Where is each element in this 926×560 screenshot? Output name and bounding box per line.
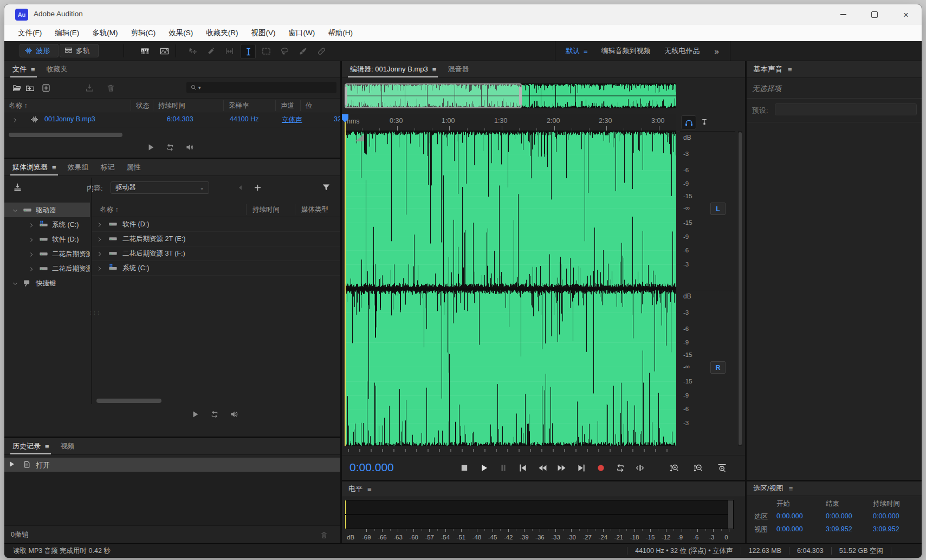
history-entry-0[interactable]: 打开 <box>4 458 340 472</box>
panel-menu-icon[interactable]: ≡ <box>432 66 436 74</box>
waveform-display-button[interactable] <box>138 45 152 57</box>
record-button[interactable] <box>594 461 608 475</box>
media-tree-item-4[interactable]: 二花后期资源 3T (F:) <box>4 261 90 276</box>
workspace-tab-1[interactable]: 编辑音频到视频 <box>594 41 658 61</box>
history-tab-0[interactable]: 历史记录≡ <box>7 438 55 454</box>
menu-item-6[interactable]: 视图(V) <box>245 26 282 40</box>
loop-playback-button[interactable] <box>613 461 627 475</box>
tree-expand-button[interactable] <box>28 236 35 245</box>
left-channel-badge[interactable]: L <box>710 203 726 215</box>
list-expand-button[interactable] <box>96 235 103 245</box>
zoom-out-amplitude-button[interactable] <box>691 461 705 475</box>
stop-button[interactable] <box>457 461 471 475</box>
workspace-tab-2[interactable]: 无线电作品 <box>658 41 707 61</box>
delete-button[interactable] <box>104 82 117 94</box>
lasso-selection-tool[interactable] <box>277 44 292 58</box>
tree-expand-button[interactable] <box>12 206 18 216</box>
search-input[interactable]: ▾ <box>186 82 336 93</box>
media-loop-button[interactable] <box>208 408 221 420</box>
media-filter-button[interactable] <box>320 181 333 193</box>
playhead-line[interactable] <box>345 120 346 446</box>
open-file-button[interactable] <box>10 82 23 94</box>
bracket-right-handle[interactable] <box>519 87 522 105</box>
menu-item-3[interactable]: 剪辑(C) <box>125 26 162 40</box>
files-tab-0[interactable]: 文件≡ <box>7 61 41 77</box>
razor-tool[interactable] <box>204 44 218 58</box>
editor-tab-0[interactable]: 编辑器: 001Jonny B.mp3≡ <box>344 61 442 77</box>
file-row[interactable]: 001Jonny B.mp36:04.30344100 Hz立体声32 <box>4 112 340 127</box>
skip-to-start-button[interactable] <box>516 461 530 475</box>
media-download-button[interactable] <box>11 181 24 193</box>
export-button[interactable] <box>83 82 96 94</box>
workspace-tab-0[interactable]: 默认≡ <box>559 41 594 61</box>
media-tree-item-3[interactable]: 二花后期资源 2T (E:) <box>4 246 90 261</box>
menu-item-8[interactable]: 帮助(H) <box>322 26 359 40</box>
files-column-4[interactable]: 声道 <box>281 101 294 110</box>
media-tab-2[interactable]: 标记 <box>95 159 121 175</box>
skip-selection-button[interactable] <box>633 461 647 475</box>
files-column-1[interactable]: 状态 <box>136 101 150 110</box>
rewind-button[interactable] <box>535 461 549 475</box>
files-column-0[interactable]: 名称 ↑ <box>9 101 28 110</box>
fast-forward-button[interactable] <box>555 461 569 475</box>
right-channel-badge[interactable]: R <box>710 361 726 374</box>
bracket-left-handle[interactable] <box>345 87 347 105</box>
selview-value-1-1[interactable]: 3:09.952 <box>826 525 852 533</box>
preset-dropdown[interactable] <box>775 103 917 115</box>
media-tab-1[interactable]: 效果组 <box>62 159 95 175</box>
paintbrush-selection-tool[interactable] <box>296 44 310 58</box>
media-play-button[interactable] <box>189 408 202 420</box>
files-column-3[interactable]: 采样率 <box>229 101 249 110</box>
list-expand-button[interactable] <box>96 220 103 230</box>
close-button[interactable]: × <box>890 4 922 25</box>
media-list-item-2[interactable]: 二花后期资源 3T (F:) <box>92 246 340 261</box>
selview-value-0-2[interactable]: 0:00.000 <box>873 512 899 520</box>
media-list-item-1[interactable]: 二花后期资源 2T (E:) <box>92 231 340 246</box>
time-selection-tool[interactable] <box>241 44 256 59</box>
preview-play-button[interactable] <box>144 141 157 153</box>
preview-loop-button[interactable] <box>164 141 177 153</box>
menu-item-5[interactable]: 收藏夹(R) <box>200 26 244 40</box>
tree-expand-button[interactable] <box>28 265 35 275</box>
history-tab-1[interactable]: 视频 <box>55 438 81 454</box>
content-dropdown[interactable]: 驱动器⌄ <box>111 181 209 194</box>
panel-menu-icon[interactable]: ≡ <box>367 485 371 493</box>
media-tab-3[interactable]: 属性 <box>121 159 147 175</box>
move-tool[interactable] <box>185 44 199 58</box>
timeline-ruler[interactable]: hms0:301:001:302:002:303:00 <box>345 114 676 131</box>
menu-item-4[interactable]: 效果(S) <box>163 26 199 40</box>
preview-volume-button[interactable] <box>183 141 196 153</box>
files-column-5[interactable]: 位 <box>306 101 313 110</box>
menu-item-2[interactable]: 多轨(M) <box>86 26 124 40</box>
files-hscrollbar[interactable] <box>9 133 122 137</box>
media-hscrollbar[interactable] <box>96 399 161 403</box>
skip-to-end-button[interactable] <box>574 461 588 475</box>
selview-value-0-1[interactable]: 0:00.000 <box>826 512 852 520</box>
new-item-button[interactable] <box>40 82 53 94</box>
monitor-headphones-button[interactable] <box>681 115 696 129</box>
spot-healing-brush-tool[interactable] <box>314 44 328 58</box>
tree-expand-button[interactable] <box>12 279 18 289</box>
media-tree-item-1[interactable]: 系统 (C:) <box>4 217 90 232</box>
editor-vscrollbar-thumb[interactable] <box>739 132 742 445</box>
level-meter[interactable] <box>345 500 734 529</box>
pane-resize-handle[interactable]: ⋮⋮⋮ <box>89 312 92 337</box>
media-list-column-0[interactable]: 名称 ↑ <box>100 205 119 214</box>
media-list-item-3[interactable]: 系统 (C:) <box>92 261 340 276</box>
media-tree-item-0[interactable]: 驱动器 <box>4 203 90 217</box>
db-scale[interactable]: dB-3-6-9-15-∞-15-9-6-3R <box>680 290 735 447</box>
list-expand-button[interactable] <box>96 264 103 274</box>
media-list-item-0[interactable]: 软件 (D:) <box>92 217 340 232</box>
waveform-view-button[interactable]: 波形 <box>20 44 59 57</box>
waveform-canvas[interactable] <box>345 131 676 446</box>
marquee-selection-tool[interactable] <box>259 44 273 58</box>
workspace-menu-icon[interactable]: ≡ <box>584 47 587 55</box>
zoom-to-selection-button[interactable] <box>715 461 729 475</box>
panel-menu-icon[interactable]: ≡ <box>789 485 793 493</box>
media-tree-item-5[interactable]: 快捷键 <box>4 276 90 290</box>
panel-menu-icon[interactable]: ≡ <box>45 442 49 451</box>
menu-item-0[interactable]: 文件(F) <box>12 26 48 40</box>
panel-menu-icon[interactable]: ≡ <box>52 164 56 172</box>
time-display[interactable]: 0:00.000 <box>349 461 394 474</box>
play-button[interactable] <box>477 461 491 475</box>
